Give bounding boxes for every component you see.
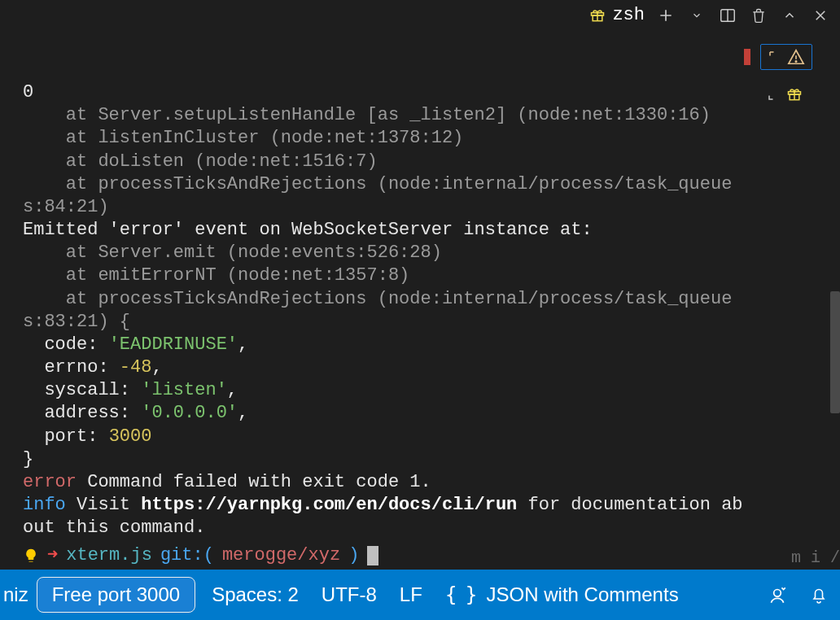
notifications-icon[interactable]	[809, 585, 829, 605]
terminal-tabbar: zsh	[0, 0, 840, 31]
prompt-git-label: git:(	[160, 544, 214, 567]
terminal-scrollbar[interactable]	[830, 291, 840, 413]
stack-line: at listenInCluster (node:net:1378:12)	[23, 128, 463, 148]
svg-point-3	[795, 61, 796, 62]
stack-line: at doListen (node:net:1516:7)	[23, 151, 378, 172]
info-url[interactable]: https://yarnpkg.com/en/docs/cli/run	[141, 495, 517, 515]
new-terminal-chevron[interactable]	[687, 6, 707, 25]
prompt-row: ➜xterm.jsgit:(merogge/xyz)	[23, 544, 750, 567]
svg-point-6	[774, 590, 781, 597]
err-val: 'listen'	[141, 380, 227, 400]
statusbar: niz Free port 3000 Spaces: 2 UTF-8 LF { …	[0, 570, 840, 620]
terminal-split-pane-2[interactable]	[760, 83, 809, 106]
err-val: '0.0.0.0'	[141, 403, 238, 423]
status-encoding[interactable]: UTF-8	[322, 583, 377, 608]
stack-line: 0	[23, 82, 33, 103]
stack-line: at Server.setupListenHandle [as _listen2…	[23, 105, 711, 125]
terminal-tab-zsh[interactable]: zsh	[589, 4, 645, 27]
prompt-branch: merogge/xyz	[222, 544, 340, 567]
status-indent[interactable]: Spaces: 2	[212, 583, 299, 608]
terminal-split-list: m i /	[750, 31, 840, 570]
panel-collapse-chevron[interactable]	[780, 6, 799, 25]
terminal-output[interactable]: 0 at Server.setupListenHandle [as _liste…	[0, 31, 750, 570]
terminal-tab-label: zsh	[612, 4, 645, 27]
terminal-cursor	[367, 546, 378, 565]
new-terminal-button[interactable]	[656, 6, 676, 25]
warning-icon	[787, 48, 805, 66]
braces-icon: { }	[445, 583, 475, 606]
gift-icon	[786, 86, 803, 103]
terminal-split-pane-1[interactable]	[760, 44, 812, 70]
err-val: 3000	[109, 426, 152, 447]
stack-line: at processTicksAndRejections (node:inter…	[23, 174, 732, 217]
err-val: -48	[120, 357, 152, 378]
error-label: error	[23, 472, 77, 492]
stack-line: at Server.emit (node:events:526:28)	[23, 242, 442, 263]
status-language[interactable]: { } JSON with Comments	[445, 583, 679, 608]
error-rest: Command failed with exit code 1.	[77, 472, 431, 492]
err-key: address:	[23, 403, 141, 423]
err-key: syscall:	[23, 380, 141, 400]
err-key: code:	[23, 334, 109, 355]
gift-icon	[589, 7, 606, 24]
status-eol[interactable]: LF	[400, 583, 422, 608]
kill-terminal-button[interactable]	[749, 6, 768, 25]
stack-line: at processTicksAndRejections (node:inter…	[23, 289, 732, 332]
prompt-arrow-icon: ➜	[47, 544, 58, 567]
status-left-fragment-text: niz	[0, 583, 32, 608]
split-terminal-button[interactable]	[718, 6, 737, 25]
status-items: Spaces: 2 UTF-8 LF { } JSON with Comment…	[212, 583, 679, 608]
inactive-pane-ghost-text: m i /	[791, 548, 840, 568]
lightbulb-icon[interactable]	[23, 546, 39, 565]
err-key: port:	[23, 426, 109, 447]
err-close: }	[23, 449, 33, 469]
panel-close-button[interactable]	[811, 6, 830, 25]
free-port-hover-pill[interactable]: Free port 3000	[37, 577, 195, 613]
prompt-project: xterm.js	[66, 544, 152, 567]
err-key: errno:	[23, 357, 120, 378]
info-label: info	[23, 495, 66, 515]
feedback-icon[interactable]	[767, 584, 788, 605]
status-left-fragment[interactable]: niz	[0, 570, 32, 620]
stack-heading: Emitted 'error' event on WebSocketServer…	[23, 220, 593, 240]
err-val: 'EADDRINUSE'	[109, 334, 238, 355]
stack-line: at emitErrorNT (node:net:1357:8)	[23, 265, 409, 286]
